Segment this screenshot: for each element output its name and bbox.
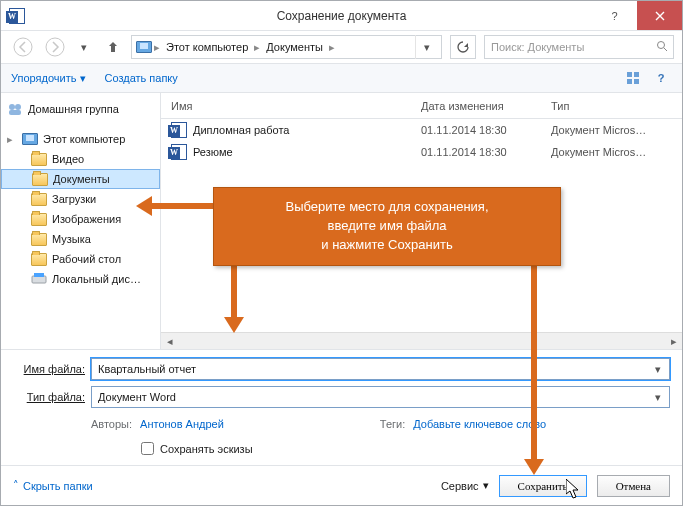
save-thumbnails-checkbox[interactable] (141, 442, 154, 455)
homegroup-icon (7, 101, 23, 117)
folder-icon (31, 151, 47, 167)
sidebar: Домашняя группа ▸ Этот компьютер Видео Д… (1, 93, 161, 349)
tags-label: Теги: (380, 418, 405, 430)
folder-icon (31, 231, 47, 247)
tutorial-callout: Выберите место для сохранения, введите и… (213, 187, 561, 266)
col-name[interactable]: Имя (171, 100, 421, 112)
svg-point-0 (14, 38, 32, 56)
cursor-icon (566, 479, 580, 501)
breadcrumb-seg-docs[interactable]: Документы (262, 41, 327, 53)
scroll-right-icon[interactable]: ▸ (665, 333, 682, 350)
file-list-header: Имя Дата изменения Тип (161, 93, 682, 119)
svg-rect-4 (627, 72, 632, 77)
filetype-label: Тип файла: (13, 391, 85, 403)
tags-value[interactable]: Добавьте ключевое слово (413, 418, 546, 430)
breadcrumb[interactable]: ▸ Этот компьютер ▸ Документы ▸ ▾ (131, 35, 442, 59)
word-file-icon (171, 144, 187, 160)
sidebar-item-desktop[interactable]: Рабочий стол (1, 249, 160, 269)
folder-icon (31, 251, 47, 267)
nav-back-button[interactable] (9, 35, 37, 59)
authors-value[interactable]: Антонов Андрей (140, 418, 224, 430)
col-type[interactable]: Тип (551, 100, 682, 112)
chevron-down-icon: ▾ (483, 479, 489, 492)
nav-forward-button[interactable] (41, 35, 69, 59)
expand-icon[interactable]: ▸ (7, 133, 17, 146)
svg-rect-11 (32, 276, 46, 283)
file-row[interactable]: Дипломная работа 01.11.2014 18:30 Докуме… (161, 119, 682, 141)
svg-rect-10 (9, 110, 21, 115)
breadcrumb-dropdown-button[interactable]: ▾ (415, 35, 437, 59)
folder-icon (31, 191, 47, 207)
hide-folders-button[interactable]: ˄ Скрыть папки (13, 479, 93, 492)
window-help-button[interactable]: ? (592, 1, 637, 30)
window-title: Сохранение документа (1, 1, 682, 30)
svg-point-8 (9, 104, 15, 110)
disk-icon (31, 271, 47, 287)
search-icon (656, 40, 668, 54)
sidebar-this-pc[interactable]: ▸ Этот компьютер (1, 129, 160, 149)
svg-rect-7 (634, 79, 639, 84)
search-input[interactable]: Поиск: Документы (484, 35, 674, 59)
chevron-down-icon[interactable]: ▾ (649, 388, 667, 406)
new-folder-button[interactable]: Создать папку (104, 72, 177, 84)
scroll-left-icon[interactable]: ◂ (161, 333, 178, 350)
view-options-button[interactable] (622, 67, 644, 89)
filename-input[interactable]: Квартальный отчет ▾ (91, 358, 670, 380)
chevron-down-icon[interactable]: ▾ (649, 360, 667, 378)
refresh-button[interactable] (450, 35, 476, 59)
col-date[interactable]: Дата изменения (421, 100, 551, 112)
folder-icon (32, 171, 48, 187)
nav-up-button[interactable] (99, 35, 127, 59)
word-file-icon (171, 122, 187, 138)
chevron-right-icon: ▸ (152, 41, 162, 54)
chevron-down-icon: ▾ (80, 72, 86, 85)
toolbar: Упорядочить ▾ Создать папку ? (1, 63, 682, 93)
nav-recent-button[interactable]: ▾ (73, 41, 95, 54)
organize-button[interactable]: Упорядочить ▾ (11, 72, 86, 85)
window-controls: ? (592, 1, 682, 30)
svg-rect-12 (34, 273, 44, 277)
sidebar-item-video[interactable]: Видео (1, 149, 160, 169)
pc-icon (22, 131, 38, 147)
authors-label: Авторы: (91, 418, 132, 430)
folder-icon (31, 211, 47, 227)
titlebar: Сохранение документа ? (1, 1, 682, 31)
chevron-right-icon: ▸ (252, 41, 262, 54)
save-form: Имя файла: Квартальный отчет ▾ Тип файла… (1, 349, 682, 465)
breadcrumb-seg-pc[interactable]: Этот компьютер (162, 41, 252, 53)
svg-rect-5 (634, 72, 639, 77)
svg-rect-6 (627, 79, 632, 84)
save-thumbnails-label: Сохранять эскизы (160, 443, 253, 455)
svg-line-3 (664, 48, 667, 51)
meta-row: Авторы: Антонов Андрей Теги: Добавьте кл… (13, 414, 670, 430)
sidebar-item-music[interactable]: Музыка (1, 229, 160, 249)
svg-point-1 (46, 38, 64, 56)
sidebar-homegroup[interactable]: Домашняя группа (1, 99, 160, 119)
horizontal-scrollbar[interactable]: ◂ ▸ (161, 332, 682, 349)
tools-button[interactable]: Сервис ▾ (441, 479, 489, 492)
breadcrumb-root-icon (136, 39, 152, 55)
cancel-button[interactable]: Отмена (597, 475, 670, 497)
chevron-right-icon: ▸ (327, 41, 337, 54)
file-row[interactable]: Резюме 01.11.2014 18:30 Документ Micros… (161, 141, 682, 163)
window-close-button[interactable] (637, 1, 682, 30)
svg-point-2 (658, 42, 665, 49)
filename-label: Имя файла: (13, 363, 85, 375)
search-placeholder: Поиск: Документы (491, 41, 584, 53)
filetype-select[interactable]: Документ Word ▾ (91, 386, 670, 408)
sidebar-item-localdisk[interactable]: Локальный дис… (1, 269, 160, 289)
help-button[interactable]: ? (650, 67, 672, 89)
nav-row: ▾ ▸ Этот компьютер ▸ Документы ▸ ▾ Поиск… (1, 31, 682, 63)
chevron-up-icon: ˄ (13, 479, 19, 492)
save-dialog-window: Сохранение документа ? ▾ ▸ Этот компьюте… (0, 0, 683, 506)
svg-point-9 (15, 104, 21, 110)
sidebar-item-documents[interactable]: Документы (1, 169, 160, 189)
